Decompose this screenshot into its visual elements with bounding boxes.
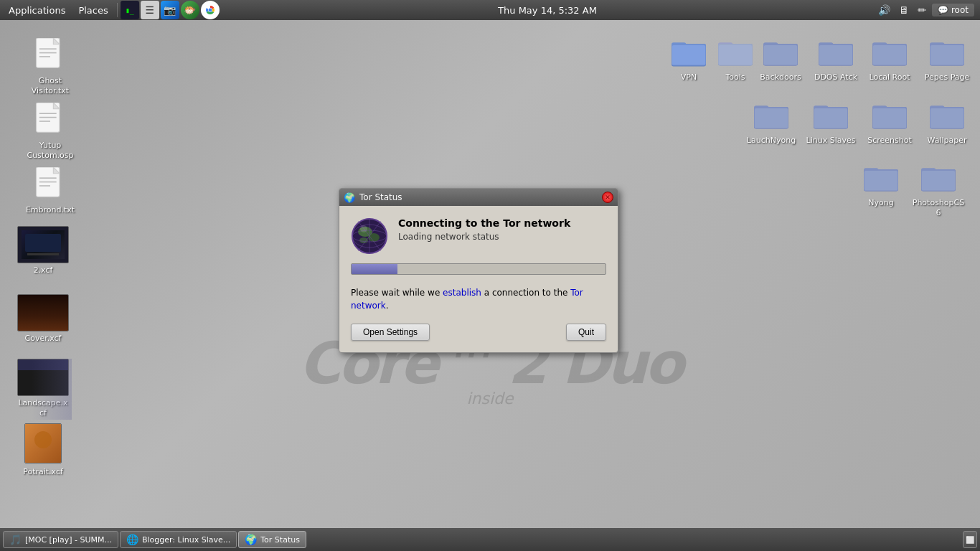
camera-applet-icon[interactable]: 📷 [161, 1, 179, 19]
desktop: Core™ 2 Duo inside Applications Places ▮… [0, 0, 980, 551]
show-desktop-icon: ⬜ [966, 536, 974, 544]
dialog-titlebar: 🌍 Tor Status ✕ [339, 189, 618, 206]
svg-point-76 [360, 225, 367, 232]
display-icon[interactable]: 🖥 [896, 3, 912, 17]
panel-right: 🔊 🖥 ✏ 💬 root [875, 3, 980, 17]
dialog-header-row: Connecting to the Tor network Loading ne… [351, 217, 606, 255]
menu-applet-icon[interactable]: ☰ [141, 1, 159, 19]
tor-dialog-title: Tor Status [359, 192, 402, 202]
moc-label: [MOC [play] - SUMM... [25, 535, 112, 545]
moc-icon: 🎵 [9, 534, 22, 545]
dialog-message: Please wait while we establish a connect… [351, 286, 606, 312]
svg-point-2 [208, 9, 212, 12]
dialog-buttons: Open Settings Quit [351, 324, 606, 341]
taskbar-right: ⬜ [963, 531, 977, 548]
dialog-status-text: Loading network status [398, 232, 570, 242]
svg-point-70 [359, 237, 368, 243]
top-panel: Applications Places ▮_ ☰ 📷 🐡 [0, 0, 980, 20]
panel-left: Applications Places ▮_ ☰ 📷 🐡 [0, 1, 220, 19]
dialog-heading: Connecting to the Tor network [398, 217, 570, 229]
places-menu[interactable]: Places [72, 4, 113, 17]
dialog-body: Connecting to the Tor network Loading ne… [339, 206, 618, 352]
tor-title-icon: 🌍 [344, 192, 355, 203]
panel-separator-1 [117, 3, 118, 17]
fish-applet-icon[interactable]: 🐡 [181, 1, 199, 19]
taskbar-item-blogger[interactable]: 🌐 Blogger: Linux Slave... [120, 531, 237, 548]
tor-taskbar-icon: 🌍 [245, 534, 257, 545]
taskbar: 🎵 [MOC [play] - SUMM... 🌐 Blogger: Linux… [0, 528, 980, 551]
svg-point-69 [368, 233, 380, 242]
username-label: root [951, 5, 969, 15]
open-settings-button[interactable]: Open Settings [351, 324, 430, 341]
blogger-icon: 🌐 [126, 534, 138, 545]
panel-clock: Thu May 14, 5:32 AM [220, 5, 875, 16]
chat-bubble-icon: 💬 [938, 5, 948, 15]
taskbar-item-moc[interactable]: 🎵 [MOC [play] - SUMM... [3, 531, 118, 548]
taskbar-item-tor[interactable]: 🌍 Tor Status [238, 531, 306, 548]
progress-bar-container [351, 263, 606, 275]
tor-dialog: 🌍 Tor Status ✕ [339, 188, 618, 353]
dialog-overlay: 🌍 Tor Status ✕ [0, 20, 980, 551]
tor-taskbar-label: Tor Status [260, 535, 300, 545]
applications-menu[interactable]: Applications [3, 4, 71, 17]
pen-icon[interactable]: ✏ [915, 3, 929, 17]
dialog-close-button[interactable]: ✕ [602, 192, 613, 203]
user-indicator[interactable]: 💬 root [932, 4, 974, 17]
terminal-applet-icon[interactable]: ▮_ [121, 1, 139, 19]
tor-globe-icon [351, 217, 388, 255]
volume-icon[interactable]: 🔊 [875, 3, 893, 17]
dialog-header-text: Connecting to the Tor network Loading ne… [398, 217, 570, 242]
chrome-applet-icon[interactable] [201, 1, 220, 19]
highlight-establish: establish [443, 288, 481, 298]
blogger-label: Blogger: Linux Slave... [142, 535, 230, 545]
progress-bar-fill [352, 264, 397, 274]
show-desktop-button[interactable]: ⬜ [963, 531, 977, 548]
quit-button[interactable]: Quit [566, 324, 606, 341]
dialog-title-text: 🌍 Tor Status [344, 192, 402, 203]
